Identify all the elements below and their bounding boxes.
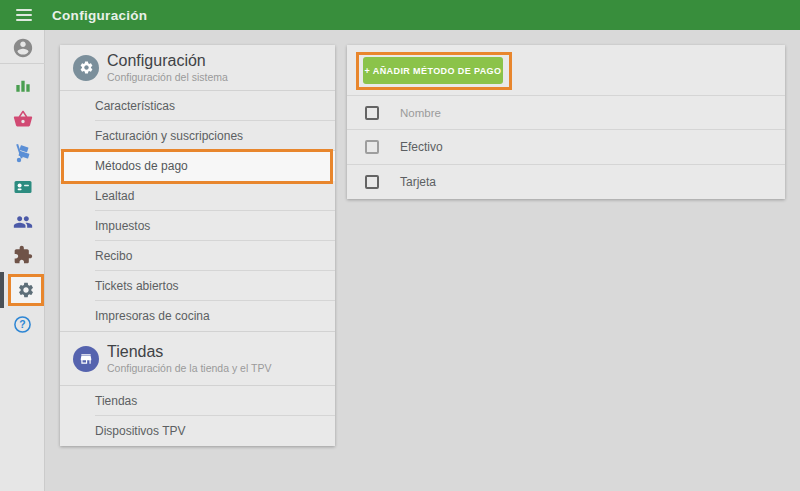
hand-truck-icon: [13, 143, 33, 163]
menu-item-impuestos[interactable]: Impuestos: [60, 211, 335, 241]
people-icon: [13, 212, 33, 232]
menu-item-tickets-abiertos[interactable]: Tickets abiertos: [60, 271, 335, 301]
settings-menu-card: Configuración Configuración del sistema …: [60, 45, 335, 446]
payment-methods-panel: + AÑADIR MÉTODO DE PAGO Nombre Efectivo …: [347, 45, 785, 199]
basket-icon: [13, 109, 33, 129]
row-label: Tarjeta: [400, 175, 436, 189]
sidebar-item-reports[interactable]: [0, 75, 45, 95]
menu-item-metodos-de-pago[interactable]: Métodos de pago: [60, 151, 335, 181]
row-checkbox[interactable]: [365, 175, 379, 189]
table-header-row: Nombre: [347, 95, 785, 129]
menu-item-lealtad[interactable]: Lealtad: [60, 181, 335, 211]
selected-indicator-bar: [0, 272, 4, 308]
sidebar-item-customers[interactable]: [0, 177, 45, 197]
row-label: Efectivo: [400, 140, 443, 154]
column-header-nombre: Nombre: [400, 107, 441, 119]
add-payment-method-button[interactable]: + AÑADIR MÉTODO DE PAGO: [363, 57, 503, 84]
select-all-checkbox[interactable]: [365, 106, 379, 120]
gear-icon: [17, 281, 35, 299]
sidebar-item-inventory[interactable]: [0, 143, 45, 163]
menu-item-caracteristicas[interactable]: Características: [60, 91, 335, 121]
sidebar-item-items[interactable]: [0, 109, 45, 129]
menu-item-dispositivos-tpv[interactable]: Dispositivos TPV: [60, 416, 335, 446]
sidebar-item-settings[interactable]: [8, 274, 44, 306]
page-title: Configuración: [52, 8, 147, 23]
topbar: Configuración: [0, 0, 800, 30]
person-circle-icon: [12, 37, 34, 59]
table-row-tarjeta[interactable]: Tarjeta: [347, 164, 785, 199]
puzzle-icon: [13, 245, 33, 265]
sidebar-item-apps[interactable]: [0, 245, 45, 265]
contact-card-icon: [13, 177, 33, 197]
menu-item-facturacion[interactable]: Facturación y suscripciones: [60, 121, 335, 151]
svg-text:?: ?: [19, 319, 25, 330]
rail-divider: [0, 63, 45, 64]
menu-item-impresoras-de-cocina[interactable]: Impresoras de cocina: [60, 301, 335, 331]
table-row-efectivo[interactable]: Efectivo: [347, 129, 785, 164]
gear-circle-icon: [73, 55, 99, 81]
menu-item-tiendas[interactable]: Tiendas: [60, 386, 335, 416]
section-title: Tiendas: [107, 343, 271, 361]
row-checkbox[interactable]: [365, 140, 379, 154]
section-subtitle: Configuración del sistema: [107, 71, 228, 83]
section-title: Configuración: [107, 52, 228, 70]
store-circle-icon: [73, 346, 99, 372]
help-icon: ?: [13, 315, 32, 334]
nav-rail: ?: [0, 30, 45, 491]
section-header-tiendas: Tiendas Configuración de la tienda y el …: [60, 331, 335, 386]
menu-item-recibo[interactable]: Recibo: [60, 241, 335, 271]
section-header-configuracion: Configuración Configuración del sistema: [60, 45, 335, 91]
sidebar-item-account[interactable]: [0, 37, 45, 59]
bar-chart-icon: [13, 75, 33, 95]
hamburger-menu-icon[interactable]: [16, 9, 32, 21]
sidebar-item-help[interactable]: ?: [0, 315, 45, 334]
section-subtitle: Configuración de la tienda y el TPV: [107, 362, 271, 374]
button-row: + AÑADIR MÉTODO DE PAGO: [347, 45, 785, 95]
sidebar-item-employees[interactable]: [0, 212, 45, 232]
